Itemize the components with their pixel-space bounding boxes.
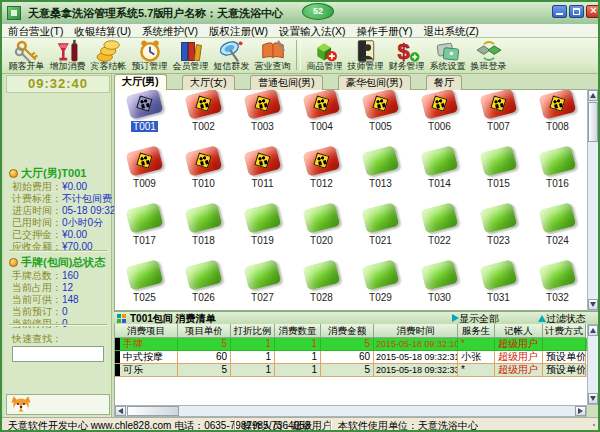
hscroll-thumb[interactable] xyxy=(127,406,179,416)
toolbar-button-satellite[interactable]: 短信群发 xyxy=(211,38,252,72)
hand-tag-T004[interactable]: T004 xyxy=(292,92,351,132)
hand-tag-T026[interactable]: T026 xyxy=(174,263,233,303)
close-button[interactable] xyxy=(586,5,600,18)
toolbar-button-settings-cards[interactable]: 系统设置 xyxy=(427,38,468,72)
column-header-4[interactable]: 消费数量 xyxy=(275,324,321,338)
menu-item[interactable]: 系统维护(V) xyxy=(142,24,198,38)
menu-item[interactable]: 前台营业(T) xyxy=(8,24,63,38)
scroll-up-button[interactable] xyxy=(588,325,598,336)
hand-tag-T008[interactable]: T008 xyxy=(528,92,587,132)
column-header-9[interactable]: 计费方式 xyxy=(543,324,586,338)
tab-餐厅[interactable]: 餐厅 xyxy=(426,75,462,90)
toolbar-button-goods-cube[interactable]: 商品管理 xyxy=(304,38,345,72)
hand-tag-T017[interactable]: T017 xyxy=(115,206,174,246)
hand-tag-T023[interactable]: T023 xyxy=(469,206,528,246)
column-header-7[interactable]: 服务生 xyxy=(458,324,495,338)
hand-tag-T020[interactable]: T020 xyxy=(292,206,351,246)
column-header-2[interactable]: 项目单价 xyxy=(178,324,231,338)
hand-tag-T001[interactable]: T001 xyxy=(115,92,174,132)
column-header-6[interactable]: 消费时间 xyxy=(374,324,458,338)
tags-status-rows: 手牌总数：160当前占用：12当前可供：148当前预订：0当前停用：0 xyxy=(12,269,107,329)
menu-item[interactable]: 收银结算(U) xyxy=(74,24,131,38)
tab-豪华包间(男)[interactable]: 豪华包间(男) xyxy=(338,75,411,90)
tab-大厅(男)[interactable]: 大厅(男) xyxy=(114,74,167,90)
tab-大厅(女)[interactable]: 大厅(女) xyxy=(182,75,235,90)
hand-tag-T025[interactable]: T025 xyxy=(115,263,174,303)
hand-tag-label: T012 xyxy=(308,178,335,189)
hand-tag-T019[interactable]: T019 xyxy=(233,206,292,246)
column-header-8[interactable]: 记帐人 xyxy=(495,324,543,338)
scroll-right-button[interactable] xyxy=(575,406,586,416)
hand-tag-T003[interactable]: T003 xyxy=(233,92,292,132)
table-row[interactable]: 手牌51152015-05-18 09:32:10*超级用户 xyxy=(115,338,587,351)
resize-grip[interactable] xyxy=(585,422,597,432)
minimize-button[interactable] xyxy=(552,5,567,18)
toolbar-button-alarm-clock[interactable]: 预订管理 xyxy=(129,38,170,72)
info-label: 已交押金： xyxy=(12,229,62,240)
hand-tag-T029[interactable]: T029 xyxy=(351,263,410,303)
menu-item[interactable]: 版权注册(W) xyxy=(209,24,268,38)
tab-普通包间(男)[interactable]: 普通包间(男) xyxy=(250,75,323,90)
mascot-box xyxy=(6,394,110,415)
hand-tag-T014[interactable]: T014 xyxy=(410,149,469,189)
status-bar: 天意软件开发中心 www.chle828.com 电话：0635-7987985… xyxy=(2,417,598,432)
hand-tag-T024[interactable]: T024 xyxy=(528,206,587,246)
scroll-down-button[interactable] xyxy=(588,393,598,404)
hand-tag-T012[interactable]: T012 xyxy=(292,149,351,189)
hand-tag-T010[interactable]: T010 xyxy=(174,149,233,189)
tag-occupied-icon xyxy=(126,145,164,176)
scroll-down-button[interactable] xyxy=(588,299,598,310)
hand-tag-T009[interactable]: T009 xyxy=(115,149,174,189)
table-row[interactable]: 中式按摩6011602015-05-18 09:32:31小张超级用户预设单价 xyxy=(115,351,587,364)
hand-tag-T011[interactable]: T011 xyxy=(233,149,292,189)
toolbar-button-books[interactable]: 会员管理 xyxy=(170,38,211,72)
toolbar-button-shift-handshake[interactable]: 换班登录 xyxy=(468,38,509,72)
grid-scroll-thumb[interactable] xyxy=(588,102,598,142)
hand-tag-T005[interactable]: T005 xyxy=(351,92,410,132)
toolbar-button-staff-card[interactable]: 技师管理 xyxy=(345,38,386,72)
info-value: 12 xyxy=(62,282,73,293)
hand-tag-T018[interactable]: T018 xyxy=(174,206,233,246)
hand-tag-T013[interactable]: T013 xyxy=(351,149,410,189)
hand-tag-label: T011 xyxy=(249,178,275,189)
table-row[interactable]: 可乐51152015-05-18 09:32:33*超级用户预设单价 xyxy=(115,364,587,377)
hand-tag-label: T022 xyxy=(426,235,453,246)
toolbar-button-ledger[interactable]: 营业查询 xyxy=(252,38,293,72)
hand-tag-T030[interactable]: T030 xyxy=(410,263,469,303)
hand-tag-T028[interactable]: T028 xyxy=(292,263,351,303)
toolbar-button-label: 技师管理 xyxy=(345,62,386,71)
quick-search-input[interactable] xyxy=(12,346,104,362)
hand-tag-T031[interactable]: T031 xyxy=(469,263,528,303)
people-emblem-icon xyxy=(431,96,447,112)
toolbar-button-finance-dollar[interactable]: $财务管理 xyxy=(386,38,427,72)
menu-item[interactable]: 设置输入法(X) xyxy=(279,24,346,38)
hand-tag-T021[interactable]: T021 xyxy=(351,206,410,246)
maximize-button[interactable] xyxy=(569,5,584,18)
info-row: 当前预订：0 xyxy=(12,305,107,317)
hand-tag-T016[interactable]: T016 xyxy=(528,149,587,189)
hand-tag-T032[interactable]: T032 xyxy=(528,263,587,303)
column-header-3[interactable]: 打折比例 xyxy=(231,324,275,338)
hand-tag-T002[interactable]: T002 xyxy=(174,92,233,132)
hand-tag-T027[interactable]: T027 xyxy=(233,263,292,303)
toolbar-button-wine[interactable]: 增加消费 xyxy=(47,38,88,72)
toolbar-button-coins[interactable]: 宾客结帐 xyxy=(88,38,129,72)
menu-item[interactable]: 退出系统(Z) xyxy=(423,24,478,38)
scroll-up-button[interactable] xyxy=(588,90,598,101)
column-header-1[interactable]: 消费项目 xyxy=(115,324,178,338)
scroll-left-button[interactable] xyxy=(115,406,126,416)
hand-tag-T007[interactable]: T007 xyxy=(469,92,528,132)
hand-tag-T022[interactable]: T022 xyxy=(410,206,469,246)
people-emblem-icon xyxy=(136,96,152,112)
satellite-icon xyxy=(211,38,252,62)
grid-vertical-scrollbar[interactable] xyxy=(587,89,599,311)
menu-item[interactable]: 操作手册(Y) xyxy=(356,24,412,38)
info-row: 初始费用：¥0.00 xyxy=(12,180,107,192)
tag-occupied-icon xyxy=(480,89,518,120)
hand-tag-T006[interactable]: T006 xyxy=(410,92,469,132)
table-vertical-scrollbar[interactable] xyxy=(587,324,599,405)
hand-tag-T015[interactable]: T015 xyxy=(469,149,528,189)
toolbar-button-keys[interactable]: 顾客开单 xyxy=(6,38,47,72)
table-horizontal-scrollbar[interactable] xyxy=(114,405,587,417)
column-header-5[interactable]: 消费金额 xyxy=(321,324,374,338)
